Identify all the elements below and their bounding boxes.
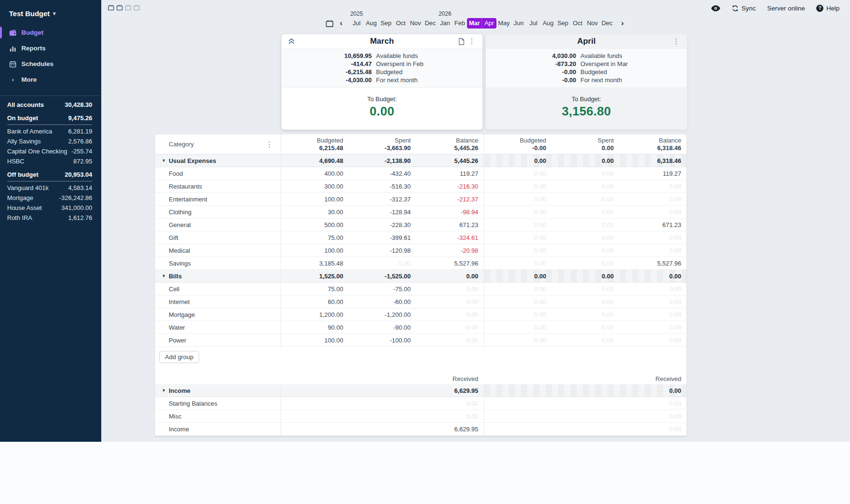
month-tab[interactable]: Jun: [512, 18, 526, 29]
balance-cell[interactable]: 0.00: [619, 308, 686, 321]
budgeted-cell[interactable]: 500.00: [281, 219, 348, 231]
budgeted-cell[interactable]: 0.00: [484, 167, 551, 180]
spent-cell[interactable]: -90.00: [348, 321, 416, 333]
month-notes-button[interactable]: [458, 38, 464, 45]
off-budget-header[interactable]: Off budget 20,953.04: [7, 171, 92, 181]
budgeted-cell[interactable]: 0.00: [484, 321, 551, 333]
category-name[interactable]: Internet: [155, 295, 280, 308]
balance-cell[interactable]: 5,527.96: [416, 257, 483, 269]
spent-cell[interactable]: -399.61: [348, 231, 416, 244]
balance-cell[interactable]: 671.23: [619, 219, 686, 231]
balance-column-header[interactable]: Balance: [659, 137, 681, 144]
collapse-group-icon[interactable]: ▼: [162, 388, 166, 393]
account-link[interactable]: Mortgage -326,242.86: [0, 193, 101, 203]
to-budget-amount[interactable]: 0.00: [281, 104, 483, 119]
balance-cell[interactable]: -216.30: [416, 180, 483, 192]
budgeted-cell[interactable]: 0.00: [484, 206, 551, 218]
spent-column-header[interactable]: Spent: [598, 137, 614, 144]
budgeted-cell[interactable]: 0.00: [484, 295, 551, 308]
budgeted-cell[interactable]: 0.00: [484, 219, 551, 231]
category-name[interactable]: General: [155, 219, 280, 231]
balance-cell[interactable]: 0.00: [416, 334, 483, 346]
budgeted-cell[interactable]: 100.00: [281, 244, 348, 257]
help-button[interactable]: ? Help: [816, 5, 840, 12]
budgeted-column-header[interactable]: Budgeted: [520, 137, 546, 144]
budgeted-cell[interactable]: 1,200.00: [281, 308, 348, 321]
budgeted-cell[interactable]: 0.00: [484, 244, 551, 257]
spent-cell[interactable]: -516.30: [348, 180, 416, 192]
budgeted-column-header[interactable]: Budgeted: [317, 137, 343, 144]
received-cell[interactable]: 0.00: [619, 410, 686, 422]
account-link[interactable]: Roth IRA 1,612.76: [0, 213, 101, 223]
balance-cell[interactable]: 0.00: [619, 334, 686, 346]
group-name[interactable]: ▼Bills: [155, 270, 280, 282]
show-1-month-button[interactable]: [108, 5, 114, 10]
spent-cell[interactable]: 0.00: [551, 295, 619, 308]
spent-column-header[interactable]: Spent: [395, 137, 411, 144]
budget-file-menu[interactable]: Test Budget ▾: [0, 0, 101, 25]
balance-cell[interactable]: 0.00: [619, 206, 686, 218]
month-tab[interactable]: May: [497, 18, 512, 29]
sidebar-item-budget[interactable]: Budget: [0, 25, 101, 40]
account-link[interactable]: Bank of America 6,281.19: [0, 126, 101, 136]
sync-button[interactable]: Sync: [732, 5, 756, 12]
received-cell[interactable]: 0.00: [619, 423, 686, 436]
budgeted-cell[interactable]: 100.00: [281, 334, 348, 346]
month-tab[interactable]: Nov: [408, 18, 423, 29]
spent-cell[interactable]: 0.00: [551, 257, 619, 269]
balance-cell[interactable]: 0.00: [416, 321, 483, 333]
balance-cell[interactable]: -324.61: [416, 231, 483, 244]
category-name[interactable]: Entertainment: [155, 193, 280, 205]
budgeted-cell[interactable]: 0.00: [484, 231, 551, 244]
received-cell[interactable]: 0.00: [416, 410, 483, 422]
category-name[interactable]: Food: [155, 167, 280, 180]
spent-cell[interactable]: 0.00: [551, 219, 619, 231]
month-tab[interactable]: Sep: [379, 18, 394, 29]
show-2-months-button[interactable]: [116, 5, 123, 10]
spent-cell[interactable]: 0.00: [551, 231, 619, 244]
month-tab[interactable]: Sep: [556, 18, 570, 29]
category-name[interactable]: Restaurants: [155, 180, 280, 192]
to-budget-amount[interactable]: 3,156.80: [486, 104, 687, 119]
account-link[interactable]: Capital One Checking -255.74: [0, 146, 101, 156]
budgeted-cell[interactable]: 75.00: [281, 283, 348, 295]
budgeted-cell[interactable]: 60.00: [281, 295, 348, 308]
budgeted-cell[interactable]: 0.00: [484, 308, 551, 321]
balance-cell[interactable]: 0.00: [619, 283, 686, 295]
collapse-group-icon[interactable]: ▼: [162, 274, 166, 278]
balance-cell[interactable]: -20.98: [416, 244, 483, 257]
budgeted-cell[interactable]: 300.00: [281, 180, 348, 192]
balance-cell[interactable]: 0.00: [619, 321, 686, 333]
received-cell[interactable]: 0.00: [416, 397, 483, 409]
category-menu-button[interactable]: ⋮: [266, 141, 273, 148]
balance-cell[interactable]: -98.94: [416, 206, 483, 218]
category-name[interactable]: Gift: [155, 231, 280, 244]
previous-month-button[interactable]: ‹: [338, 20, 345, 29]
category-name[interactable]: Savings: [155, 257, 280, 269]
month-tab[interactable]: Feb: [453, 18, 467, 29]
group-name[interactable]: ▼Usual Expenses: [155, 154, 280, 167]
month-tab[interactable]: Aug: [541, 18, 556, 29]
category-name[interactable]: Starting Balances: [155, 397, 280, 409]
balance-column-header[interactable]: Balance: [456, 137, 478, 144]
sidebar-item-schedules[interactable]: Schedules: [0, 56, 101, 72]
month-tab-selected[interactable]: Mar: [467, 18, 482, 29]
balance-cell[interactable]: 0.00: [416, 308, 483, 321]
next-month-button[interactable]: ›: [619, 20, 626, 29]
group-name[interactable]: ▼Income: [155, 384, 280, 397]
category-name[interactable]: Cell: [155, 283, 280, 295]
server-status[interactable]: Server online: [767, 5, 805, 12]
month-tab[interactable]: Jul: [349, 18, 364, 29]
category-name[interactable]: Misc: [155, 410, 280, 422]
month-tab[interactable]: Jan: [438, 18, 453, 29]
spent-cell[interactable]: -432.40: [348, 167, 416, 180]
spent-cell[interactable]: -100.00: [348, 334, 416, 346]
month-tab[interactable]: Oct: [570, 18, 585, 29]
month-tab[interactable]: Aug: [364, 18, 379, 29]
budgeted-cell[interactable]: 75.00: [281, 231, 348, 244]
spent-cell[interactable]: 0.00: [551, 283, 619, 295]
budgeted-cell[interactable]: 30.00: [281, 206, 348, 218]
month-tab[interactable]: Jul: [526, 18, 541, 29]
account-link[interactable]: Ally Savings 2,576.86: [0, 136, 101, 146]
balance-cell[interactable]: 0.00: [619, 231, 686, 244]
